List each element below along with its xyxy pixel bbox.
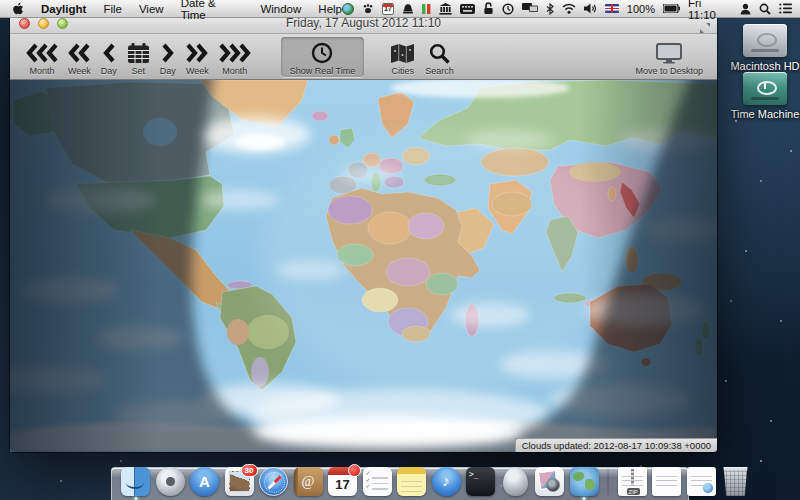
dock-icon-photo-booth[interactable] [535, 467, 564, 498]
world-map[interactable]: Clouds updated: 2012-08-17 10:09:38 +000… [10, 80, 717, 452]
back-day-button[interactable]: Day [97, 37, 121, 77]
volume-menu-icon[interactable] [584, 1, 597, 17]
paw-menu-icon[interactable] [362, 1, 374, 17]
battery-icon[interactable] [663, 1, 680, 17]
cities-button[interactable]: Cities [386, 37, 419, 77]
dock-icon-contacts[interactable]: @ [294, 467, 323, 498]
notification-center-icon[interactable] [779, 1, 792, 17]
search-button[interactable]: Search [421, 37, 458, 77]
back-week-button[interactable]: Week [64, 37, 95, 77]
back-month-button[interactable]: Month [22, 37, 62, 77]
bank-menu-icon[interactable] [439, 1, 452, 17]
keyboard-menu-icon[interactable] [460, 1, 475, 17]
meter-menu-icon[interactable] [422, 1, 431, 17]
menu-date-time[interactable]: Date & Time [181, 0, 244, 21]
map-icon [390, 41, 415, 65]
bluetooth-menu-icon[interactable] [546, 1, 554, 17]
menu-clock[interactable]: Fri 11:10 [688, 0, 732, 21]
set-date-button[interactable]: Set [123, 37, 154, 77]
forward-month-button[interactable]: Month [215, 37, 255, 77]
dock-icon-document[interactable] [652, 467, 681, 498]
clouds-updated-status: Clouds updated: 2012-08-17 10:09:38 +000… [515, 438, 717, 452]
dock-icon-finder[interactable] [121, 467, 150, 498]
menu-help[interactable]: Help [318, 3, 342, 15]
lock-menu-icon[interactable] [483, 1, 494, 17]
uk-flag-menu-icon[interactable] [605, 1, 619, 17]
wifi-menu-icon[interactable] [562, 1, 576, 17]
bell-menu-icon[interactable] [402, 1, 414, 17]
desktop-icon-macintosh-hd[interactable]: Macintosh HD [729, 24, 800, 72]
desktop-icon-time-machine[interactable]: Time Machine [729, 72, 800, 120]
chevron-double-right-icon [186, 41, 208, 65]
clock-icon [311, 41, 333, 65]
dock-icon-terminal[interactable]: >_ [466, 467, 495, 498]
dock-icon-itunes[interactable]: ♪ [432, 467, 461, 498]
menu-file[interactable]: File [103, 3, 122, 15]
time-machine-drive-icon [743, 72, 787, 105]
dock-icon-app-store[interactable]: A [190, 467, 219, 498]
battery-percent: 100% [627, 3, 655, 15]
apple-menu-icon[interactable] [12, 1, 24, 17]
dock-icon-daylight[interactable] [570, 467, 599, 498]
desktop-icon-label: Time Machine [729, 108, 800, 120]
menu-app-name[interactable]: Daylight [41, 3, 86, 15]
menu-bar: Daylight File View Date & Time Window He… [0, 0, 800, 18]
dock-icon-zip-document[interactable]: ZIP [618, 467, 647, 498]
dock-icon-launchpad[interactable] [156, 467, 185, 498]
desktop-icon-label: Macintosh HD [729, 60, 800, 72]
dock-icon-notes[interactable] [397, 467, 426, 498]
daylight-window: Friday, 17 August 2012 11:10 Month Week [10, 13, 717, 452]
spotlight-icon[interactable] [759, 1, 771, 17]
chevron-left-icon [103, 41, 115, 65]
chevron-right-icon [162, 41, 174, 65]
display-icon [655, 41, 683, 65]
search-icon [429, 41, 450, 65]
dock-icon-safari[interactable] [259, 467, 288, 498]
dock-icon-trash[interactable] [721, 467, 750, 498]
chevron-triple-right-icon [219, 41, 251, 65]
forward-week-button[interactable]: Week [182, 37, 213, 77]
dock-icon-calendar[interactable]: 17 [328, 467, 357, 498]
dock-icon-document-globe[interactable] [687, 467, 716, 498]
world-map-svg [10, 80, 717, 452]
desktop: Daylight File View Date & Time Window He… [0, 0, 800, 500]
dock-icon-mail[interactable]: 30 [225, 467, 254, 498]
dock-icon-egg-app[interactable] [501, 467, 530, 498]
user-menu-icon[interactable] [740, 1, 751, 17]
displays-menu-icon[interactable] [522, 1, 538, 17]
dock-divider [607, 468, 609, 498]
dock: A 30 @ 17 ♪ >_ ZIP [111, 464, 689, 500]
menu-view[interactable]: View [139, 3, 164, 15]
chevron-triple-left-icon [26, 41, 58, 65]
mail-badge: 30 [241, 464, 258, 477]
move-to-desktop-button[interactable]: Move to Desktop [631, 37, 707, 77]
daylight-globe-menu-icon[interactable] [342, 1, 354, 17]
chevron-double-left-icon [68, 41, 90, 65]
dock-icon-reminders[interactable] [363, 467, 392, 498]
forward-day-button[interactable]: Day [156, 37, 180, 77]
calendar-badge [348, 464, 361, 477]
menu-window[interactable]: Window [260, 3, 301, 15]
show-real-time-button[interactable]: Show Real Time [281, 37, 365, 77]
zip-label: ZIP [627, 488, 640, 495]
sync-clock-menu-icon[interactable] [502, 1, 514, 17]
toolbar: Month Week Day Set [10, 34, 717, 80]
calendar-icon [127, 41, 150, 65]
calendar-menu-icon[interactable]: 17 [382, 3, 394, 15]
hard-drive-icon [743, 24, 787, 57]
